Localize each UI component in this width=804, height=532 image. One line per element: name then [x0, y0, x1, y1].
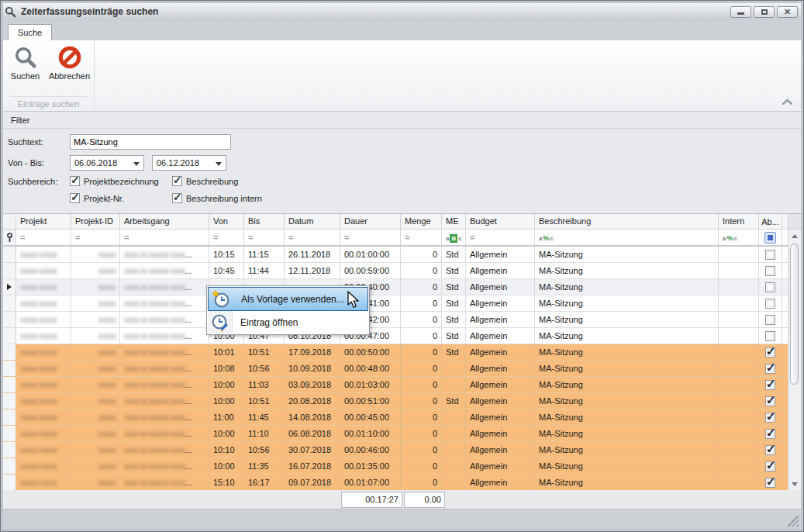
table-row[interactable]: xxxxx xxxxxxxxxxxxxx xx xxxxxx xxxx...11…: [3, 409, 788, 426]
row-selector[interactable]: [3, 344, 16, 361]
checkbox-beschreibung[interactable]: Beschreibung: [172, 176, 262, 186]
row-checkbox[interactable]: [765, 380, 775, 390]
filter-cell-beschr[interactable]: a%c: [535, 230, 719, 245]
table-row[interactable]: xxxxx xxxxxxxxxxxxxx xx xxxxxx xxxx...10…: [3, 458, 788, 475]
table-row[interactable]: xxxxx xxxxxxxxxxxxxx xx xxxxxx xxxx...00…: [3, 279, 788, 295]
column-header-intern[interactable]: Intern: [719, 214, 759, 230]
row-checkbox[interactable]: [765, 266, 775, 276]
scroll-down-button[interactable]: [788, 478, 801, 490]
row-selector[interactable]: [3, 295, 16, 312]
row-selector[interactable]: [3, 393, 16, 409]
filter-cell-budget[interactable]: =: [466, 230, 535, 245]
row-checkbox[interactable]: [765, 461, 775, 472]
checkbox-projektbezeichnung[interactable]: Projektbezeichnung: [70, 176, 172, 186]
vertical-scrollbar[interactable]: [788, 214, 801, 490]
row-checkbox[interactable]: [765, 282, 775, 292]
row-selector[interactable]: [3, 442, 16, 458]
row-selector[interactable]: [3, 279, 16, 295]
row-selector[interactable]: [3, 475, 16, 490]
column-header-projekt[interactable]: Projekt: [16, 214, 71, 230]
filter-cell-intern[interactable]: a%c: [719, 230, 759, 245]
row-checkbox[interactable]: [765, 478, 775, 488]
scroll-up-button[interactable]: [788, 230, 801, 242]
filter-cell-dauer[interactable]: =: [340, 230, 401, 245]
row-selector[interactable]: [3, 328, 16, 344]
table-row[interactable]: xxxxx xxxxxxxxxxxxxx xx xxxxxx xxxx...10…: [3, 377, 788, 393]
row-checkbox[interactable]: [765, 331, 775, 341]
checkbox-filter-icon[interactable]: [764, 232, 776, 244]
row-selector[interactable]: [3, 377, 16, 393]
close-button[interactable]: ✕: [777, 6, 798, 18]
checkbox-icon[interactable]: [70, 176, 80, 186]
table-row[interactable]: xxxxx xxxxxxxxxxxxxx xx xxxxxx xxxx...10…: [3, 247, 788, 263]
suchen-button[interactable]: Suchen: [3, 43, 47, 91]
resize-grip[interactable]: [788, 516, 799, 527]
filter-cell-datum[interactable]: =: [285, 230, 340, 245]
tab-suche[interactable]: Suche: [8, 24, 52, 40]
row-checkbox[interactable]: [765, 364, 775, 374]
abbrechen-button[interactable]: Abbrechen: [47, 43, 91, 91]
table-row[interactable]: xxxxx xxxxxxxxxxxxxx xx xxxxxx xxxx...10…: [3, 361, 788, 377]
table-row[interactable]: xxxxx xxxxxxxxxxxxxx xx xxxxxx xxxx...00…: [3, 312, 788, 328]
column-header-dauer[interactable]: Dauer: [340, 214, 401, 230]
row-selector[interactable]: [3, 458, 16, 475]
row-checkbox[interactable]: [765, 250, 775, 260]
row-selector[interactable]: [3, 312, 16, 328]
column-header-me[interactable]: ME: [442, 214, 466, 230]
scrollbar-track[interactable]: [788, 242, 801, 478]
date-from-dropdown[interactable]: 06.06.2018: [70, 155, 144, 171]
filter-cell-bis[interactable]: =: [244, 230, 285, 245]
column-header-beschr[interactable]: Beschreibung: [535, 214, 719, 230]
table-row[interactable]: xxxxx xxxxxxxxxxxxxx xx xxxxxx xxxx...10…: [3, 263, 788, 279]
filter-cell-pid[interactable]: =: [71, 230, 120, 245]
column-header-ab[interactable]: Ab...: [759, 214, 782, 230]
row-selector[interactable]: [3, 263, 16, 279]
filter-cell-me[interactable]: aBc: [442, 230, 466, 245]
filter-cell-menge[interactable]: =: [401, 230, 442, 245]
table-row[interactable]: xxxxx xxxxxxxxxxxxxx xx xxxxxx xxxx...15…: [3, 475, 788, 490]
table-row[interactable]: xxxxx xxxxxxxxxxxxxx xx xxxxxx xxxx...00…: [3, 295, 788, 312]
column-header-arb[interactable]: Arbeitsgang: [120, 214, 209, 230]
table-row[interactable]: xxxxx xxxxxxxxxxxxxx xx xxxxxx xxxx...10…: [3, 442, 788, 458]
table-row[interactable]: xxxxx xxxxxxxxxxxxxx xx xxxxxx xxxx...10…: [3, 426, 788, 442]
checkbox-icon[interactable]: [70, 193, 80, 203]
filter-cell-arb[interactable]: =: [120, 230, 209, 245]
row-selector[interactable]: [3, 247, 16, 263]
menu-item-als-vorlage-verwenden[interactable]: Als Vorlage verwenden...: [208, 287, 368, 311]
column-header-pid[interactable]: Projekt-ID: [71, 214, 120, 230]
row-checkbox[interactable]: [765, 413, 775, 423]
row-checkbox[interactable]: [765, 396, 775, 406]
column-header-von[interactable]: Von: [209, 214, 244, 230]
column-header-bis[interactable]: Bis: [244, 214, 285, 230]
maximize-button[interactable]: [754, 6, 775, 18]
row-checkbox[interactable]: [765, 299, 775, 309]
filter-cell-projekt[interactable]: =: [16, 230, 71, 245]
column-header-datum[interactable]: Datum: [285, 214, 340, 230]
checkbox-icon[interactable]: [172, 176, 182, 186]
scrollbar-thumb[interactable]: [790, 244, 799, 385]
row-checkbox[interactable]: [765, 315, 775, 325]
column-header-budget[interactable]: Budget: [466, 214, 535, 230]
row-selector[interactable]: [3, 409, 16, 426]
checkbox-projekt-nr[interactable]: Projekt-Nr.: [70, 193, 172, 203]
checkbox-icon[interactable]: [172, 193, 182, 203]
column-header-menge[interactable]: Menge: [401, 214, 442, 230]
date-to-dropdown[interactable]: 06.12.2018: [152, 155, 226, 171]
suchtext-input[interactable]: [70, 134, 231, 150]
minimize-button[interactable]: [730, 6, 751, 18]
equals-filter-icon: =: [344, 233, 349, 242]
row-checkbox[interactable]: [765, 347, 775, 358]
table-row[interactable]: xxxxx xxxxxxxxxxxxxx xx xxxxxx xxxx...10…: [3, 344, 788, 361]
menu-item-eintrag-oeffnen[interactable]: Eintrag öffnen: [208, 311, 368, 333]
row-selector[interactable]: [3, 426, 16, 442]
filter-cell-ab[interactable]: [759, 230, 782, 245]
row-selector[interactable]: [3, 361, 16, 377]
row-checkbox[interactable]: [765, 429, 775, 439]
checkbox-beschreibung-intern[interactable]: Beschreibung intern: [172, 193, 262, 203]
chevron-up-icon[interactable]: [782, 98, 793, 106]
cell-me: Std: [442, 328, 466, 344]
filter-cell-von[interactable]: =: [209, 230, 244, 245]
table-row[interactable]: xxxxx xxxxxxxxxxxxxx xx xxxxxx xxxx...10…: [3, 393, 788, 409]
row-checkbox[interactable]: [765, 445, 775, 455]
table-row[interactable]: xxxxx xxxxxxxxxxxxxx xx xxxxxx xxxx...10…: [3, 328, 788, 344]
